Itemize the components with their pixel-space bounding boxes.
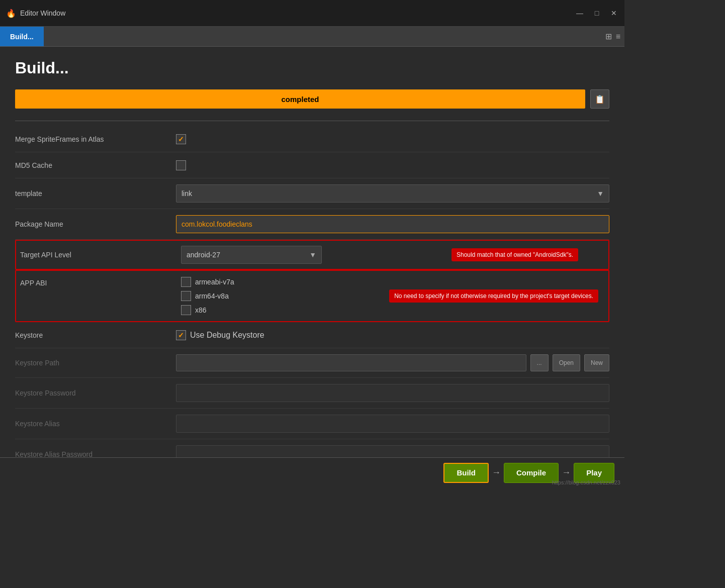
arrow-2-icon: → — [562, 467, 571, 478]
tab-icon-grid[interactable]: ⊞ — [605, 32, 612, 41]
abi-arm64-label: arm64-v8a — [195, 292, 229, 300]
keystore-dots-button[interactable]: ... — [530, 354, 549, 371]
app-abi-row: APP ABI armeabi-v7a arm64-v8a x86 No nee… — [15, 270, 609, 322]
watermark: https://blog.csdn.net/zzx023 — [552, 479, 620, 485]
minimize-button[interactable]: — — [575, 9, 584, 18]
template-select[interactable]: link ▼ — [176, 184, 609, 203]
app-icon: 🔥 — [6, 8, 16, 18]
page-title: Build... — [15, 59, 609, 77]
bottom-toolbar: Build → Compile → Play — [0, 457, 624, 487]
keystore-path-label: Keystore Path — [15, 359, 176, 367]
keystore-alias-password-label: Keystore Alias Password — [15, 450, 176, 457]
md5-cache-checkbox-wrap — [176, 160, 609, 170]
keystore-path-input[interactable] — [176, 354, 526, 371]
tab-bar-right: ⊞ ≡ — [605, 27, 624, 46]
md5-cache-label: MD5 Cache — [15, 161, 176, 169]
app-abi-tooltip: No need to specify if not otherwise requ… — [389, 289, 598, 303]
keystore-debug-wrap: ✓ Use Debug Keystore — [176, 330, 609, 340]
abi-option-x86: x86 — [181, 305, 234, 315]
template-row: template link ▼ — [15, 178, 609, 209]
keystore-password-control — [176, 384, 609, 402]
abi-x86-label: x86 — [195, 306, 207, 314]
app-abi-options: armeabi-v7a arm64-v8a x86 — [181, 277, 234, 315]
merge-spriteframes-label: Merge SpriteFrames in Atlas — [15, 135, 176, 143]
keystore-new-button[interactable]: New — [584, 354, 609, 371]
template-value: link — [182, 189, 192, 198]
abi-armeabi-label: armeabi-v7a — [195, 278, 234, 286]
arrow-1-icon: → — [492, 467, 501, 478]
abi-arm64-checkbox[interactable] — [181, 291, 191, 301]
abi-x86-checkbox[interactable] — [181, 305, 191, 315]
maximize-button[interactable]: □ — [592, 9, 601, 18]
keystore-password-row: Keystore Password — [15, 378, 609, 409]
progress-label: completed — [281, 95, 319, 104]
target-api-arrow-icon: ▼ — [309, 251, 316, 259]
keystore-path-inputs: ... Open New — [176, 354, 609, 371]
merge-spriteframes-row: Merge SpriteFrames in Atlas ✓ — [15, 126, 609, 152]
progress-copy-button[interactable]: 📋 — [590, 89, 609, 109]
target-api-row: Target API Level android-27 ▼ Should mat… — [15, 240, 609, 270]
target-api-select[interactable]: android-27 ▼ — [181, 246, 322, 264]
use-debug-keystore-checkbox[interactable]: ✓ — [176, 330, 186, 340]
progress-row: completed 📋 — [15, 89, 609, 109]
keystore-alias-row: Keystore Alias — [15, 409, 609, 439]
compile-button[interactable]: Compile — [504, 463, 559, 483]
target-api-control: android-27 ▼ — [181, 246, 322, 264]
keystore-alias-input[interactable] — [176, 415, 609, 433]
md5-cache-control — [176, 160, 609, 170]
keystore-path-row: Keystore Path ... Open New — [15, 348, 609, 378]
keystore-label: Keystore — [15, 331, 176, 339]
abi-option-armeabi: armeabi-v7a — [181, 277, 234, 287]
keystore-alias-password-control — [176, 445, 609, 457]
tab-bar: Build... ⊞ ≡ — [0, 27, 624, 47]
package-name-label: Package Name — [15, 220, 176, 228]
close-button[interactable]: ✕ — [609, 9, 618, 18]
keystore-alias-control — [176, 415, 609, 433]
app-abi-label: APP ABI — [20, 277, 181, 287]
build-button[interactable]: Build — [443, 463, 489, 483]
progress-bar: completed — [15, 89, 585, 109]
use-debug-keystore-label: Use Debug Keystore — [190, 331, 264, 340]
keystore-open-button[interactable]: Open — [553, 354, 580, 371]
package-name-input[interactable] — [176, 215, 609, 233]
target-api-tooltip: Should match that of owned "AndroidSdk"s… — [451, 248, 578, 261]
window-title: Editor Window — [20, 9, 575, 17]
keystore-row: Keystore ✓ Use Debug Keystore — [15, 322, 609, 348]
template-control: link ▼ — [176, 184, 609, 203]
target-api-value: android-27 — [187, 251, 220, 259]
tab-build[interactable]: Build... — [0, 27, 44, 46]
package-name-row: Package Name — [15, 209, 609, 240]
title-bar: 🔥 Editor Window — □ ✕ — [0, 0, 624, 27]
keystore-password-label: Keystore Password — [15, 389, 176, 397]
merge-spriteframes-checkbox[interactable]: ✓ — [176, 134, 186, 144]
package-name-control — [176, 215, 609, 233]
abi-armeabi-checkbox[interactable] — [181, 277, 191, 287]
merge-spriteframes-checkbox-wrap: ✓ — [176, 134, 609, 144]
merge-spriteframes-control: ✓ — [176, 134, 609, 144]
divider-top — [15, 121, 609, 121]
keystore-password-input[interactable] — [176, 384, 609, 402]
keystore-alias-password-row: Keystore Alias Password — [15, 439, 609, 457]
md5-cache-row: MD5 Cache — [15, 152, 609, 178]
target-api-label: Target API Level — [20, 251, 181, 259]
keystore-alias-label: Keystore Alias — [15, 420, 176, 428]
keystore-alias-password-input[interactable] — [176, 445, 609, 457]
template-label: template — [15, 189, 176, 198]
abi-option-arm64: arm64-v8a — [181, 291, 234, 301]
checkmark-icon: ✓ — [178, 135, 184, 143]
keystore-checkmark-icon: ✓ — [178, 331, 184, 339]
main-content: Build... completed 📋 Merge SpriteFrames … — [0, 47, 624, 457]
template-arrow-icon: ▼ — [597, 189, 604, 198]
keystore-control: ✓ Use Debug Keystore — [176, 330, 609, 340]
tab-icon-menu[interactable]: ≡ — [616, 32, 620, 41]
md5-cache-checkbox[interactable] — [176, 160, 186, 170]
window-controls: — □ ✕ — [575, 9, 618, 18]
keystore-path-control: ... Open New — [176, 354, 609, 371]
